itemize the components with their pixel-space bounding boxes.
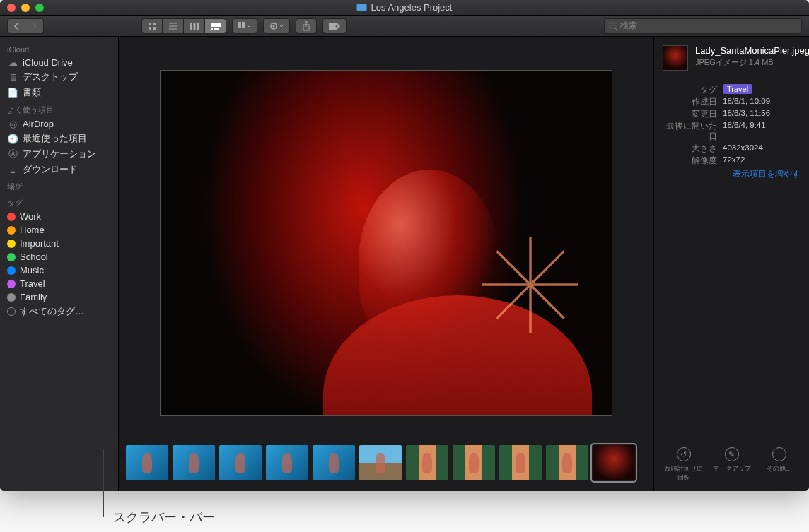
markup-icon: ✎ [725, 447, 739, 461]
more-button[interactable]: ⋯ その他… [758, 447, 801, 483]
svg-rect-17 [242, 25, 245, 28]
inspector-header: Lady_SantaMonicaPier.jpeg JPEGイメージ 1.4 M… [663, 45, 801, 71]
sidebar-tag-home[interactable]: Home [0, 223, 118, 237]
thumbnail[interactable] [219, 445, 262, 480]
sidebar-item-label: すべてのタグ… [20, 305, 84, 318]
sidebar-item-label: Home [20, 225, 45, 235]
traffic-lights [0, 4, 44, 12]
thumbnail[interactable] [313, 445, 355, 480]
tags-button[interactable] [322, 18, 347, 34]
search-icon [609, 22, 617, 30]
thumbnail[interactable] [359, 445, 402, 480]
meta-row-resolution: 解像度 72x72 [663, 155, 801, 166]
thumbnail[interactable] [173, 445, 215, 480]
forward-button[interactable] [25, 18, 44, 34]
sidebar-section-favorites: よく使う項目 [0, 100, 118, 117]
star-decoration [470, 225, 590, 345]
svg-rect-8 [193, 23, 195, 30]
column-view-button[interactable] [184, 18, 205, 34]
sidebar-item-airdrop[interactable]: ◎ AirDrop [0, 117, 118, 131]
search-placeholder: 検索 [620, 20, 637, 32]
sidebar-item-label: Music [20, 265, 44, 276]
folder-icon [357, 4, 367, 11]
sidebar-item-documents[interactable]: 📄 書類 [0, 85, 118, 100]
markup-button[interactable]: ✎ マークアップ [711, 447, 753, 483]
close-button[interactable] [7, 4, 16, 12]
inspector-title: Lady_SantaMonicaPier.jpeg JPEGイメージ 1.4 M… [695, 45, 809, 71]
sidebar-item-desktop[interactable]: 🖥 デスクトップ [0, 69, 118, 85]
nav-buttons [7, 18, 44, 34]
share-button[interactable] [296, 18, 317, 34]
thumbnail[interactable] [546, 445, 588, 480]
sidebar-tag-school[interactable]: School [0, 250, 118, 264]
svg-rect-15 [242, 22, 245, 25]
list-view-button[interactable] [163, 18, 184, 34]
show-more-link[interactable]: 表示項目を増やす [663, 169, 801, 179]
inspector-actions: ↺ 反時計回りに回転 ✎ マークアップ ⋯ その他… [663, 440, 801, 483]
meta-row-modified: 変更日 18/6/3, 11:56 [663, 109, 801, 119]
downloads-icon: ⤓ [7, 164, 18, 175]
window-title: Los Angeles Project [357, 2, 453, 13]
sidebar-tag-music[interactable]: Music [0, 264, 118, 277]
tag-dot-icon [7, 226, 16, 235]
thumbnail-selected[interactable] [593, 445, 635, 480]
svg-rect-2 [149, 27, 151, 30]
thumbnail[interactable] [453, 445, 495, 480]
minimize-button[interactable] [21, 4, 30, 12]
sidebar-item-downloads[interactable]: ⤓ ダウンロード [0, 162, 118, 177]
thumbnail[interactable] [406, 445, 448, 480]
sidebar-item-label: 書類 [23, 86, 41, 99]
gallery-view-button[interactable] [205, 18, 226, 34]
sidebar-item-label: Work [20, 211, 41, 222]
sidebar-all-tags[interactable]: すべてのタグ… [0, 304, 118, 319]
meta-row-created: 作成日 18/6/1, 10:09 [663, 97, 801, 107]
meta-row-tag: タグ Travel [663, 85, 801, 95]
sidebar-tag-travel[interactable]: Travel [0, 277, 118, 290]
window-title-text: Los Angeles Project [371, 2, 453, 13]
scrubber-bar[interactable] [119, 442, 653, 491]
svg-rect-9 [197, 23, 199, 30]
zoom-button[interactable] [35, 4, 44, 12]
sidebar-section-icloud: iCloud [0, 41, 118, 55]
rotate-button[interactable]: ↺ 反時計回りに回転 [663, 447, 705, 483]
inspector-panel: Lady_SantaMonicaPier.jpeg JPEGイメージ 1.4 M… [653, 37, 809, 491]
sidebar-section-tags: タグ [0, 194, 118, 210]
icon-view-button[interactable] [141, 18, 163, 34]
tag-dot-icon [7, 213, 16, 221]
svg-rect-11 [211, 28, 213, 30]
svg-rect-13 [216, 28, 219, 30]
sidebar-item-applications[interactable]: Ⓐ アプリケーション [0, 146, 118, 162]
clock-icon: 🕘 [7, 133, 18, 144]
thumbnail[interactable] [126, 445, 168, 480]
svg-rect-3 [153, 27, 156, 30]
meta-row-dimensions: 大きさ 4032x3024 [663, 143, 801, 154]
tag-dot-icon [7, 240, 16, 248]
svg-point-21 [336, 25, 338, 27]
cloud-icon: ☁︎ [7, 57, 18, 68]
preview-image[interactable] [160, 70, 612, 416]
arrange-button[interactable] [232, 18, 257, 34]
svg-rect-12 [214, 28, 216, 30]
preview-area [119, 37, 653, 442]
annotation-line [103, 449, 104, 517]
airdrop-icon: ◎ [7, 118, 18, 129]
sidebar-tag-family[interactable]: Family [0, 290, 118, 304]
search-input[interactable]: 検索 [604, 18, 802, 34]
documents-icon: 📄 [7, 87, 18, 98]
inspector-filename: Lady_SantaMonicaPier.jpeg [695, 45, 809, 57]
thumbnail[interactable] [266, 445, 308, 480]
back-button[interactable] [7, 18, 25, 34]
action-button[interactable] [263, 18, 290, 34]
thumbnail[interactable] [499, 445, 542, 480]
svg-point-19 [273, 25, 275, 27]
sidebar-tag-important[interactable]: Important [0, 237, 118, 250]
tag-dot-icon [7, 280, 16, 288]
finder-window: Los Angeles Project [0, 0, 809, 491]
tag-dot-icon [7, 307, 16, 316]
toolbar: 検索 [0, 16, 809, 37]
sidebar-item-recents[interactable]: 🕘 最近使った項目 [0, 131, 118, 146]
sidebar-item-icloud-drive[interactable]: ☁︎ iCloud Drive [0, 55, 118, 69]
svg-rect-1 [153, 23, 156, 25]
tag-badge[interactable]: Travel [723, 84, 752, 94]
sidebar-tag-work[interactable]: Work [0, 210, 118, 223]
